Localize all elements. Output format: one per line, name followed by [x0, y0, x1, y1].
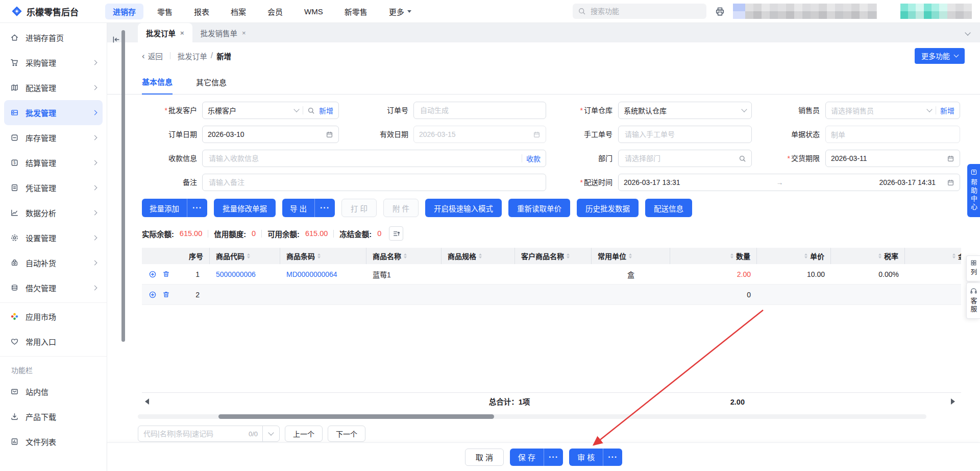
nav-item-archives[interactable]: 档案: [223, 4, 254, 19]
batch-add-button[interactable]: 批量添加 ···: [142, 199, 207, 217]
add-row-icon[interactable]: [149, 270, 157, 278]
close-icon[interactable]: ×: [180, 29, 184, 37]
sort-icon[interactable]: [479, 253, 482, 258]
sidebar-item-favorites[interactable]: 常用入口: [4, 329, 103, 354]
sidebar-item-analytics[interactable]: 数据分析: [4, 200, 103, 225]
order-no-input[interactable]: [419, 106, 541, 115]
sidebar-item-voucher[interactable]: 凭证管理: [4, 175, 103, 200]
sort-icon[interactable]: [404, 253, 407, 258]
breadcrumb-parent[interactable]: 批发订单: [178, 51, 207, 61]
user-avatar[interactable]: [733, 4, 745, 19]
sidebar-item-file-list[interactable]: 文件列表: [4, 429, 103, 454]
col-seq[interactable]: 序号: [142, 248, 210, 264]
col-name[interactable]: 商品名称: [366, 248, 442, 264]
sidebar-item-app-market[interactable]: 应用市场: [4, 304, 103, 329]
customer-service-float[interactable]: 客服: [966, 282, 980, 319]
delete-row-icon[interactable]: [162, 270, 170, 278]
table-row[interactable]: 1 5000000006 MD0000000064 蓝莓1 盒 2.00 10.…: [142, 264, 961, 285]
audit-button-group[interactable]: 审 核 ···: [569, 449, 622, 466]
salesman-select[interactable]: 请选择销售员 新增: [825, 102, 960, 119]
cancel-button[interactable]: 取 消: [465, 449, 504, 466]
sort-icon[interactable]: [629, 253, 632, 258]
nav-item-retail[interactable]: 零售: [150, 4, 180, 19]
table-row[interactable]: 2 0: [142, 285, 961, 305]
store-badge-blurred[interactable]: [900, 4, 947, 19]
horizontal-scrollbar[interactable]: [138, 414, 926, 419]
customer-select[interactable]: 乐檬客户 新增: [202, 102, 339, 119]
tabstrip-chevron-down-icon[interactable]: [965, 30, 970, 35]
sidebar-item-wholesale[interactable]: 批发管理: [4, 100, 103, 125]
sidebar-collapse-icon[interactable]: [112, 35, 120, 46]
sort-icon[interactable]: [317, 253, 321, 258]
vertical-scrollbar[interactable]: [121, 30, 125, 342]
department-field[interactable]: [618, 150, 752, 167]
sidebar-item-messages[interactable]: 站内信: [4, 379, 103, 404]
audit-more-button[interactable]: ···: [603, 449, 622, 466]
printer-icon[interactable]: [715, 6, 725, 17]
price-value[interactable]: 10.00: [807, 270, 825, 278]
remark-field[interactable]: [202, 174, 546, 191]
col-price[interactable]: 单价: [757, 248, 831, 264]
sidebar-item-delivery[interactable]: 配送管理: [4, 75, 103, 100]
sort-icon[interactable]: [567, 253, 570, 258]
item-search-input[interactable]: [138, 430, 249, 438]
close-icon[interactable]: ×: [242, 29, 246, 37]
nav-item-more[interactable]: 更多: [381, 4, 419, 19]
horizontal-scrollbar-thumb[interactable]: [218, 414, 494, 419]
help-center-float[interactable]: 帮助中心: [967, 164, 980, 217]
sidebar-item-downloads[interactable]: 产品下载: [4, 404, 103, 429]
col-tax[interactable]: 税率: [831, 248, 905, 264]
tab-other-info[interactable]: 其它信息: [196, 77, 227, 94]
delivery-time-range-picker[interactable]: 2026-03-17 13:31 → 2026-03-17 14:31: [618, 174, 960, 191]
sidebar-item-purchase[interactable]: 采购管理: [4, 50, 103, 75]
stats-detail-toggle-button[interactable]: [389, 226, 403, 241]
search-icon[interactable]: [307, 107, 315, 114]
product-barcode-link[interactable]: MD0000000064: [286, 270, 337, 278]
save-button-group[interactable]: 保 存 ···: [510, 449, 563, 466]
add-salesman-link[interactable]: 新增: [940, 105, 954, 115]
col-qty[interactable]: 数量: [670, 248, 757, 264]
sidebar-item-debt[interactable]: 借欠管理: [4, 275, 103, 300]
nav-item-wms[interactable]: WMS: [297, 5, 331, 18]
sidebar-item-auto-restock[interactable]: 自动补货: [4, 250, 103, 275]
remark-input[interactable]: [208, 178, 541, 187]
order-no-field[interactable]: [413, 102, 546, 119]
sort-icon[interactable]: [952, 253, 955, 258]
prev-item-button[interactable]: 上一个: [285, 426, 323, 442]
col-amount[interactable]: 金额: [905, 248, 961, 264]
history-wholesale-button[interactable]: 历史批发数据: [577, 199, 639, 217]
col-barcode[interactable]: 商品条码: [280, 248, 366, 264]
back-button[interactable]: ‹ 返回: [142, 51, 163, 61]
fast-input-mode-button[interactable]: 开启极速输入模式: [425, 199, 502, 217]
export-button[interactable]: 导 出 ···: [282, 199, 335, 217]
product-code-link[interactable]: 5000000006: [216, 270, 256, 278]
scroll-right-icon[interactable]: [951, 398, 955, 405]
nav-item-members[interactable]: 会员: [260, 4, 290, 19]
manual-no-field[interactable]: [618, 126, 752, 143]
col-customer-name[interactable]: 客户商品名称: [515, 248, 592, 264]
manual-no-input[interactable]: [624, 130, 746, 139]
tab-basic-info[interactable]: 基本信息: [142, 76, 173, 95]
batch-edit-button[interactable]: 批量修改单据: [214, 199, 276, 217]
sidebar-item-stock[interactable]: 库存管理: [4, 125, 103, 150]
payment-info-input[interactable]: [208, 154, 518, 163]
add-row-icon[interactable]: [149, 291, 157, 299]
export-more-button[interactable]: ···: [314, 199, 335, 217]
search-mode-dropdown[interactable]: [262, 426, 279, 441]
global-search-input[interactable]: [590, 7, 701, 16]
global-search[interactable]: [573, 4, 706, 19]
column-settings-float[interactable]: 列: [966, 255, 980, 281]
reread-price-button[interactable]: 重新读取单价: [508, 199, 570, 217]
deadline-picker[interactable]: 2026-03-11: [825, 150, 960, 167]
sort-icon[interactable]: [730, 253, 733, 258]
sort-icon[interactable]: [878, 253, 881, 258]
save-more-button[interactable]: ···: [544, 449, 563, 466]
qty-value[interactable]: 2.00: [737, 270, 751, 278]
department-input[interactable]: [624, 154, 734, 163]
nav-item-new-retail[interactable]: 新零售: [337, 4, 375, 19]
sidebar-item-settings[interactable]: 设置管理: [4, 225, 103, 250]
scroll-left-icon[interactable]: [145, 398, 149, 405]
col-unit[interactable]: 常用单位: [592, 248, 670, 264]
order-date-picker[interactable]: 2026-03-10: [202, 126, 339, 143]
next-item-button[interactable]: 下一个: [328, 426, 365, 442]
